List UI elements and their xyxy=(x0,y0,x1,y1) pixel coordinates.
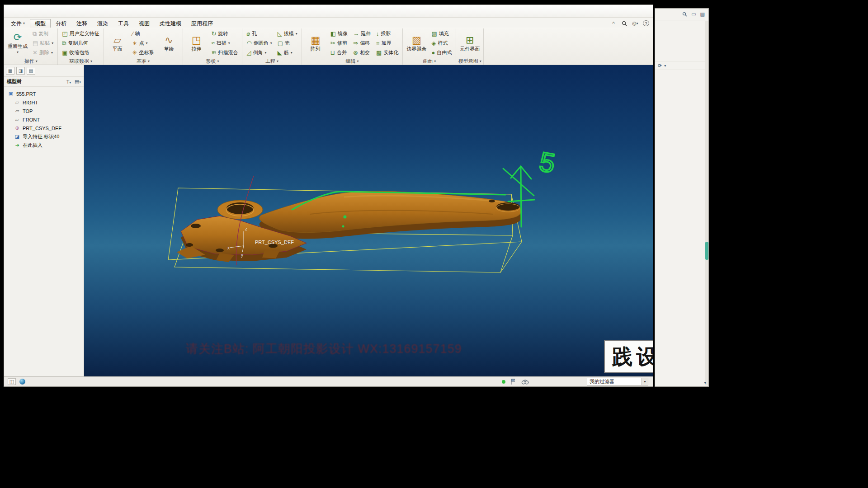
detail-tree-icon[interactable]: ▤ xyxy=(27,67,35,75)
tree-item-top-plane[interactable]: ▱TOP xyxy=(4,107,84,115)
axis-button[interactable]: ∕轴 xyxy=(130,29,156,38)
navigator-toggle-icon[interactable]: ◫ xyxy=(8,378,16,385)
chevron-down-icon[interactable]: ▾ xyxy=(664,64,666,68)
menu-tab-tools[interactable]: 工具 xyxy=(113,19,134,28)
ribbon-group-label-get-data[interactable]: 获取数据▾ xyxy=(60,58,101,65)
scrollbar-track[interactable] xyxy=(705,21,708,385)
csys-button[interactable]: ✳坐标系 xyxy=(130,48,156,57)
shrinkwrap-button[interactable]: ▣收缩包络 xyxy=(60,48,101,57)
menu-tab-file[interactable]: 文件▾ xyxy=(6,19,30,28)
options-icon[interactable]: ◎▾ xyxy=(632,20,638,26)
rib-button[interactable]: ◣筋▾ xyxy=(275,48,300,57)
refresh-icon[interactable]: ⟳ xyxy=(658,63,662,69)
menu-tab-annotate[interactable]: 注释 xyxy=(71,19,92,28)
swept-blend-button[interactable]: ≋扫描混合 xyxy=(209,48,241,57)
scrollbar-thumb[interactable] xyxy=(705,242,708,260)
component-interface-icon: ⊞ xyxy=(466,35,474,45)
intersect-button[interactable]: ⊗相交 xyxy=(351,48,373,57)
component-interface-button[interactable]: ⊞元件界面 xyxy=(458,29,481,58)
ribbon-button-label: 边界混合 xyxy=(406,46,427,52)
list-icon[interactable]: ▤ xyxy=(700,11,705,17)
tree-item-insert-here[interactable]: ➜在此插入 xyxy=(4,141,84,150)
style-button[interactable]: ◈样式 xyxy=(429,38,454,48)
ribbon-button-label: 填充 xyxy=(439,30,449,37)
hole-button[interactable]: ⌀孔 xyxy=(244,29,274,38)
ribbon-button-label: 粘贴 xyxy=(40,40,50,47)
chevron-down-icon[interactable]: ▾ xyxy=(704,380,706,385)
main-area: ▦ ◨ ▤ 模型树 T▾ ▤▾ ▣555.PRT▱RIGHT▱TOP▱FRONT… xyxy=(4,65,653,376)
menu-tab-view[interactable]: 视图 xyxy=(134,19,155,28)
project-button[interactable]: ↓投影 xyxy=(374,29,401,38)
sweep-button[interactable]: ≈扫描▾ xyxy=(209,38,241,48)
offset-button[interactable]: ⇒偏移 xyxy=(351,38,373,48)
merge-button[interactable]: ⊔合并 xyxy=(328,48,350,57)
copy-geometry-button[interactable]: ⧉复制几何 xyxy=(60,38,101,48)
side-panel-row: ⟳ ▾ xyxy=(655,61,708,70)
delete-button[interactable]: ✕删除▾ xyxy=(30,48,56,57)
shell-button[interactable]: ▢壳 xyxy=(275,38,300,48)
extrude-button[interactable]: ◳拉伸 xyxy=(185,29,208,58)
menu-tab-render[interactable]: 渲染 xyxy=(92,19,113,28)
point-button[interactable]: ∗点▾ xyxy=(130,38,156,48)
freestyle-button[interactable]: ●自由式 xyxy=(429,48,454,57)
minimize-ribbon-icon[interactable]: ^ xyxy=(610,21,617,26)
menu-tab-analysis[interactable]: 分析 xyxy=(51,19,71,28)
ribbon-group-label-datum[interactable]: 基准▾ xyxy=(106,58,181,65)
chamfer-button[interactable]: ◿倒角▾ xyxy=(244,48,274,57)
page-icon[interactable]: ▭ xyxy=(691,11,696,17)
intersect-icon: ⊗ xyxy=(353,50,358,56)
plane-button[interactable]: ▱平面 xyxy=(106,29,129,58)
menu-tab-flexible-modeling[interactable]: 柔性建模 xyxy=(155,19,186,28)
menu-tab-model[interactable]: 模型 xyxy=(30,19,51,28)
tree-item-label: 在此插入 xyxy=(23,142,42,149)
search-icon[interactable] xyxy=(621,21,627,26)
tree-item-right-plane[interactable]: ▱RIGHT xyxy=(4,98,84,107)
tree-filter-icon[interactable]: T▾ xyxy=(66,79,71,84)
menu-tab-label: 文件 xyxy=(11,21,22,26)
mirror-button[interactable]: ◧镜像 xyxy=(328,29,350,38)
paste-button[interactable]: ▤粘贴▾ xyxy=(30,38,56,48)
axis-icon: ∕ xyxy=(132,31,133,37)
solidify-button[interactable]: ▩实体化 xyxy=(374,48,401,57)
ribbon-group-label-operations[interactable]: 操作▾ xyxy=(6,58,56,65)
flag-icon[interactable] xyxy=(509,378,517,385)
tree-item-import-feature[interactable]: ◪导入特征 标识40 xyxy=(4,132,84,141)
copy-button[interactable]: ⧉复制 xyxy=(30,29,56,38)
search-icon[interactable] xyxy=(682,12,687,17)
help-icon[interactable]: ? xyxy=(643,20,649,26)
thicken-button[interactable]: ≡加厚 xyxy=(374,38,401,48)
ribbon-group-label-shapes[interactable]: 形状▾ xyxy=(185,58,241,65)
ribbon-group-label-model-intent[interactable]: 模型意图▾ xyxy=(458,58,481,65)
tree-item-part-555[interactable]: ▣555.PRT xyxy=(4,89,84,98)
tree-item-front-plane[interactable]: ▱FRONT xyxy=(4,115,84,124)
ribbon-group-label-surfaces[interactable]: 曲面▾ xyxy=(405,58,454,65)
regenerate-button[interactable]: ⟳重新生成▾ xyxy=(6,29,29,58)
draft-button[interactable]: ◺拔模▾ xyxy=(275,29,300,38)
extend-button[interactable]: →延伸 xyxy=(351,29,373,38)
tree-view-toggle-icon[interactable]: ▦ xyxy=(6,67,14,75)
layer-tree-icon[interactable]: ◨ xyxy=(16,67,25,75)
thicken-icon: ≡ xyxy=(376,40,380,46)
part-model[interactable] xyxy=(177,191,521,262)
browser-toggle-icon[interactable] xyxy=(19,379,25,385)
tree-settings-icon[interactable]: ▤▾ xyxy=(75,79,81,84)
boundary-blend-button[interactable]: ▧边界混合 xyxy=(405,29,428,58)
3d-viewport-canvas[interactable]: x y z PRT_CSYS_DEF 5 xyxy=(84,65,653,376)
sketch-button[interactable]: ∿草绘 xyxy=(157,29,181,58)
merge-icon: ⊔ xyxy=(330,50,335,56)
find-binoculars-icon[interactable] xyxy=(521,378,529,385)
pattern-button[interactable]: ▦阵列 xyxy=(304,29,327,58)
ribbon-group-engineering: ⌀孔◠倒圆角▾◿倒角▾◺拔模▾▢壳◣筋▾工程▾ xyxy=(242,28,302,65)
ribbon-group-label-engineering[interactable]: 工程▾ xyxy=(244,58,299,65)
user-defined-feature-button[interactable]: ◰用户定义特征 xyxy=(60,29,101,38)
ribbon-group-label-editing[interactable]: 编辑▾ xyxy=(304,58,401,65)
trim-button[interactable]: ✂修剪 xyxy=(328,38,350,48)
revolve-button[interactable]: ↻旋转 xyxy=(209,29,241,38)
sweep-icon: ≈ xyxy=(212,40,215,46)
round-button[interactable]: ◠倒圆角▾ xyxy=(244,38,274,48)
menu-tab-applications[interactable]: 应用程序 xyxy=(186,19,218,28)
fill-button[interactable]: ▨填充 xyxy=(429,29,454,38)
tree-item-prt-csys-def[interactable]: ⊕PRT_CSYS_DEF xyxy=(4,124,84,132)
3d-viewport[interactable]: x y z PRT_CSYS_DEF 5 xyxy=(84,65,653,376)
filter-dropdown[interactable]: 我的过滤器 ▾ xyxy=(587,378,648,385)
